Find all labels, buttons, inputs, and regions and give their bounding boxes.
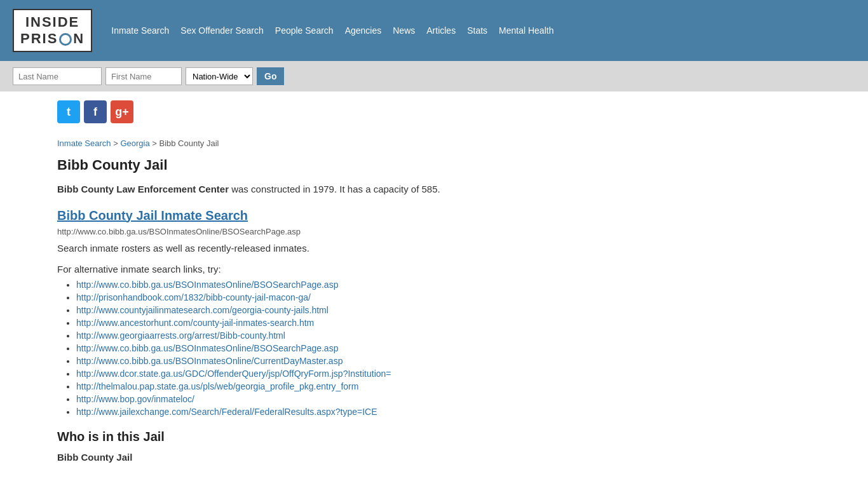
who-intro: Bibb County Jail [57, 451, 811, 465]
nav-mental-health[interactable]: Mental Health [499, 25, 553, 36]
list-item: http://www.co.bibb.ga.us/BSOInmatesOnlin… [76, 343, 811, 353]
breadcrumb: Inmate Search > Georgia > Bibb County Ja… [57, 139, 811, 148]
page-description: Bibb County Law Enforcement Center was c… [57, 182, 811, 197]
alt-link-1[interactable]: http://www.co.bibb.ga.us/BSOInmatesOnlin… [76, 280, 338, 290]
breadcrumb-sep1: > [113, 139, 120, 148]
list-item: http://www.bop.gov/inmateloc/ [76, 394, 811, 404]
alt-link-5[interactable]: http://www.georgiaarrests.org/arrest/Bib… [76, 330, 285, 341]
alt-links-intro: For alternative inmate search links, try… [57, 264, 811, 274]
breadcrumb-current: Bibb County Jail [159, 139, 219, 148]
first-name-input[interactable] [105, 67, 182, 85]
list-item: http://thelmalou.pap.state.ga.us/pls/web… [76, 381, 811, 391]
nav-agencies[interactable]: Agencies [345, 25, 382, 36]
logo-pris-text: PRIS [20, 30, 58, 47]
who-intro-bold: Bibb County Jail [57, 452, 132, 463]
list-item: http://www.dcor.state.ga.us/GDC/Offender… [76, 369, 811, 379]
scope-select[interactable]: Nation-Wide Alabama Alaska Arizona Georg… [186, 67, 253, 85]
alt-link-8[interactable]: http://www.dcor.state.ga.us/GDC/Offender… [76, 369, 391, 379]
alt-link-6[interactable]: http://www.co.bibb.ga.us/BSOInmatesOnlin… [76, 343, 338, 353]
inmate-search-heading-link[interactable]: Bibb County Jail Inmate Search [57, 208, 811, 223]
twitter-icon[interactable]: t [57, 100, 80, 123]
gplus-icon[interactable]: g+ [111, 100, 133, 123]
list-item: http://www.countyjailinmatesearch.com/ge… [76, 305, 811, 315]
inmate-search-url: http://www.co.bibb.ga.us/BSOInmatesOnlin… [57, 227, 811, 236]
description-bold: Bibb County Law Enforcement Center [57, 184, 229, 194]
last-name-input[interactable] [13, 67, 102, 85]
logo-inside-text: INSIDE [20, 14, 85, 30]
search-bar: Nation-Wide Alabama Alaska Arizona Georg… [0, 61, 868, 92]
go-button[interactable]: Go [257, 67, 284, 85]
logo-n-text: N [73, 30, 85, 47]
alt-link-4[interactable]: http://www.ancestorhunt.com/county-jail-… [76, 318, 314, 328]
site-logo[interactable]: INSIDE PRISN [13, 9, 92, 52]
nav-stats[interactable]: Stats [467, 25, 487, 36]
main-content: Inmate Search > Georgia > Bibb County Ja… [0, 132, 868, 484]
alt-link-10[interactable]: http://www.bop.gov/inmateloc/ [76, 394, 194, 404]
social-bar: t f g+ [0, 92, 868, 132]
alt-link-11[interactable]: http://www.jailexchange.com/Search/Feder… [76, 407, 377, 417]
nav-news[interactable]: News [393, 25, 415, 36]
facebook-icon[interactable]: f [84, 100, 107, 123]
logo-prison-text: PRISN [20, 30, 85, 47]
nav-inmate-search[interactable]: Inmate Search [111, 25, 169, 36]
site-header: INSIDE PRISN Inmate Search Sex Offender … [0, 0, 868, 61]
main-nav: Inmate Search Sex Offender Search People… [111, 25, 553, 36]
who-title: Who is in this Jail [57, 430, 811, 444]
list-item: http://prisonhandbook.com/1832/bibb-coun… [76, 292, 811, 302]
nav-sex-offender[interactable]: Sex Offender Search [180, 25, 263, 36]
alt-link-3[interactable]: http://www.countyjailinmatesearch.com/ge… [76, 305, 329, 315]
logo-circle-icon [59, 33, 72, 46]
list-item: http://www.ancestorhunt.com/county-jail-… [76, 318, 811, 328]
breadcrumb-inmate-search[interactable]: Inmate Search [57, 139, 111, 148]
list-item: http://www.co.bibb.ga.us/BSOInmatesOnlin… [76, 280, 811, 290]
alt-link-2[interactable]: http://prisonhandbook.com/1832/bibb-coun… [76, 292, 311, 302]
nav-people-search[interactable]: People Search [275, 25, 334, 36]
list-item: http://www.georgiaarrests.org/arrest/Bib… [76, 330, 811, 341]
breadcrumb-sep2: > [152, 139, 159, 148]
alt-links-list: http://www.co.bibb.ga.us/BSOInmatesOnlin… [57, 280, 811, 417]
search-description: Search inmate rosters as well as recentl… [57, 243, 811, 254]
alt-link-7[interactable]: http://www.co.bibb.ga.us/BSOInmatesOnlin… [76, 356, 342, 366]
breadcrumb-georgia[interactable]: Georgia [120, 139, 149, 148]
alt-link-9[interactable]: http://thelmalou.pap.state.ga.us/pls/web… [76, 381, 358, 391]
nav-articles[interactable]: Articles [426, 25, 456, 36]
description-rest: was constructed in 1979. It has a capaci… [229, 184, 440, 194]
page-title: Bibb County Jail [57, 157, 811, 173]
list-item: http://www.jailexchange.com/Search/Feder… [76, 407, 811, 417]
list-item: http://www.co.bibb.ga.us/BSOInmatesOnlin… [76, 356, 811, 366]
